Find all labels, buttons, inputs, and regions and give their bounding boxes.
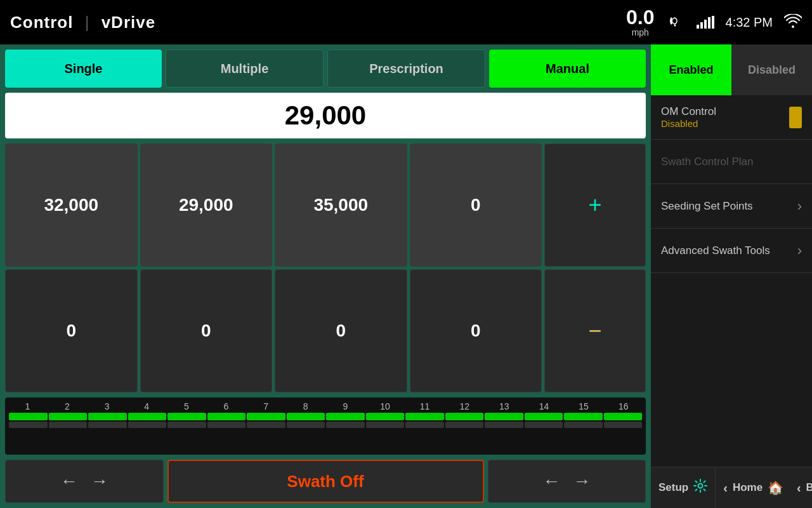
om-control-item[interactable]: OM Control Disabled	[651, 95, 812, 140]
home-back-button[interactable]: ‹ Home 🏠 ‹ Back	[716, 467, 812, 508]
seeding-set-points-text: Seeding Set Points	[661, 200, 792, 213]
row-bar-12	[445, 413, 484, 420]
advanced-swath-tools-item[interactable]: Advanced Swath Tools ›	[651, 229, 812, 273]
gear-icon	[693, 479, 707, 497]
advanced-swath-tools-label: Advanced Swath Tools	[661, 244, 770, 257]
swath-control-plan-label: Swath Control Plan	[661, 156, 754, 168]
row-num-3: 3	[88, 401, 126, 411]
row-num-12: 12	[445, 401, 483, 411]
disabled-button[interactable]: Disabled	[731, 44, 812, 95]
bottom-controls: ← → Swath Off ← →	[5, 460, 646, 503]
speed-display: 0.0 mph	[626, 7, 654, 37]
seed-cell-r2c3[interactable]: 0	[275, 269, 407, 392]
swath-off-button[interactable]: Swath Off	[167, 460, 484, 503]
sub-bar-5	[167, 422, 206, 428]
main-value-display: 29,000	[5, 93, 646, 138]
row-bar-row	[8, 413, 643, 420]
row-bar-13	[485, 413, 523, 420]
sub-bar-9	[326, 422, 365, 428]
row-num-6: 6	[207, 401, 245, 411]
row-num-4: 4	[128, 401, 166, 411]
left-arrow-icon-2: ←	[542, 471, 560, 491]
enabled-button[interactable]: Enabled	[651, 44, 731, 95]
toggle-indicator-icon	[789, 107, 802, 128]
enable-disable-row: Enabled Disabled	[651, 44, 812, 95]
back-chevron-icon: ‹	[723, 481, 728, 495]
add-button[interactable]: +	[544, 144, 646, 267]
row-num-8: 8	[287, 401, 325, 411]
swath-off-label: Swath Off	[287, 472, 363, 491]
row-bar-7	[247, 413, 285, 420]
tabs-row: Single Multiple Prescription Manual	[5, 50, 646, 88]
sub-bar-14	[525, 422, 563, 428]
row-num-1: 1	[8, 401, 46, 411]
top-bar: Control | vDrive 0.0 mph 4:32 PM	[0, 0, 812, 44]
row-bar-15	[564, 413, 603, 420]
sub-bar-7	[247, 422, 285, 428]
seed-cell-r1c1[interactable]: 32,000	[5, 144, 138, 267]
seed-cell-r1c3[interactable]: 35,000	[275, 144, 407, 267]
main-value: 29,000	[285, 100, 366, 131]
back-chevron-2-icon: ‹	[797, 481, 801, 495]
row-bar-16	[604, 413, 643, 420]
nav-right-button[interactable]: ← →	[488, 460, 646, 503]
left-panel: Single Multiple Prescription Manual 29,0…	[0, 44, 651, 508]
status-area: 0.0 mph 4:32 PM	[626, 7, 802, 37]
seeding-set-points-label: Seeding Set Points	[661, 200, 753, 212]
sub-bar-2	[49, 422, 88, 428]
seed-cell-r2c2[interactable]: 0	[140, 269, 273, 392]
row-bar-10	[366, 413, 405, 420]
row-bar-8	[287, 413, 325, 420]
nav-left-button[interactable]: ← →	[5, 460, 164, 503]
right-panel: Enabled Disabled OM Control Disabled Swa…	[651, 44, 812, 508]
sub-bar-15	[564, 422, 603, 428]
row-bar-6	[207, 413, 246, 420]
row-bar-14	[525, 413, 563, 420]
tab-prescription[interactable]: Prescription	[327, 50, 485, 88]
main-layout: Single Multiple Prescription Manual 29,0…	[0, 44, 812, 508]
om-control-label: OM Control	[661, 105, 716, 117]
row-bar-9	[326, 413, 365, 420]
tab-manual[interactable]: Manual	[489, 50, 646, 88]
svg-point-1	[698, 484, 703, 488]
row-bar-11	[405, 413, 444, 420]
seeding-set-points-item[interactable]: Seeding Set Points ›	[651, 184, 812, 229]
row-num-16: 16	[605, 401, 643, 411]
row-num-14: 14	[525, 401, 563, 411]
swath-control-plan-text: Swath Control Plan	[661, 156, 802, 168]
row-num-2: 2	[48, 401, 86, 411]
right-arrow-icon-2: →	[573, 471, 591, 491]
seed-cell-r2c4[interactable]: 0	[410, 269, 542, 392]
subtract-button[interactable]: −	[544, 269, 646, 392]
sub-bar-13	[485, 422, 523, 428]
time-display: 4:32 PM	[726, 15, 773, 30]
swath-control-plan-item: Swath Control Plan	[651, 140, 812, 184]
sub-bar-4	[128, 422, 167, 428]
setup-label: Setup	[658, 481, 688, 494]
wifi-icon	[784, 14, 802, 31]
speed-unit: mph	[626, 27, 654, 37]
om-control-status: Disabled	[661, 118, 783, 129]
seed-cell-r1c4[interactable]: 0	[410, 144, 542, 267]
row-num-15: 15	[565, 401, 603, 411]
row-num-9: 9	[326, 401, 364, 411]
seed-cell-r1c2[interactable]: 29,000	[140, 144, 273, 267]
svg-point-0	[674, 25, 676, 27]
advanced-swath-tools-text: Advanced Swath Tools	[661, 244, 792, 257]
advanced-swath-tools-chevron-icon: ›	[797, 243, 802, 259]
seeding-set-points-chevron-icon: ›	[797, 198, 802, 215]
seed-cell-r2c1[interactable]: 0	[5, 269, 138, 392]
signal-bars-icon	[697, 16, 714, 29]
setup-button[interactable]: Setup	[651, 467, 716, 508]
row-num-7: 7	[247, 401, 285, 411]
seed-grid: 32,000 29,000 35,000 0 + 0 0 0 0 −	[5, 144, 646, 392]
sub-bar-12	[445, 422, 484, 428]
right-menu: OM Control Disabled Swath Control Plan S…	[651, 95, 812, 508]
row-bar-5	[167, 413, 206, 420]
tab-multiple[interactable]: Multiple	[166, 50, 324, 88]
tab-single[interactable]: Single	[5, 50, 162, 88]
bottom-menu: Setup ‹ Home 🏠 ‹ Back	[651, 467, 812, 508]
sub-bar-3	[88, 422, 127, 428]
om-control-text: OM Control Disabled	[661, 105, 783, 129]
home-icon: 🏠	[768, 480, 783, 495]
